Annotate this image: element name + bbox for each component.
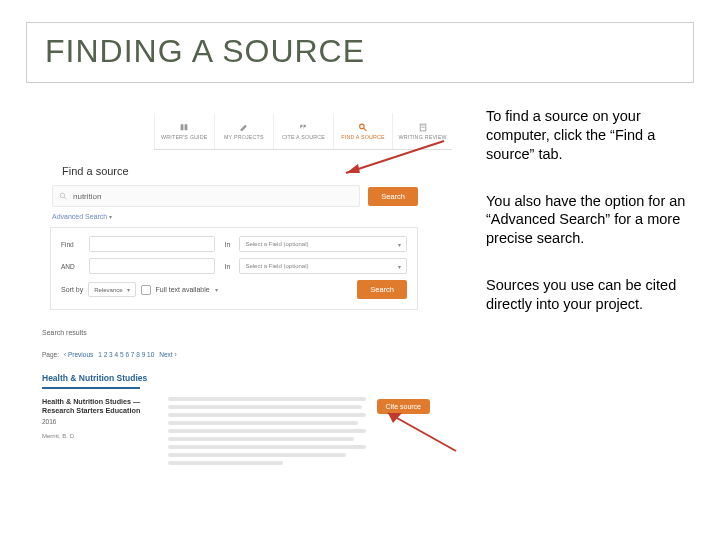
- search-icon: [59, 192, 68, 201]
- side-paragraph-3: Sources you use can be cited directly in…: [486, 276, 694, 314]
- advanced-search-button[interactable]: Search: [357, 280, 407, 299]
- side-text: To find a source on your computer, click…: [486, 107, 694, 469]
- nav-label: WRITING REVIEW: [399, 134, 447, 140]
- chevron-down-icon: ▾: [109, 214, 112, 220]
- sortby-label: Sort by: [61, 286, 83, 293]
- nav-cite-a-source[interactable]: CITE A SOURCE: [273, 113, 333, 149]
- select-placeholder: Select a Field (optional): [245, 263, 308, 269]
- in-label: In: [221, 263, 233, 270]
- in-label: In: [221, 241, 233, 248]
- search-button[interactable]: Search: [368, 187, 418, 206]
- doc-icon: [418, 123, 428, 132]
- basic-search-row: nutrition Search: [52, 185, 418, 207]
- pencil-icon: [239, 123, 249, 132]
- pagination: Page: ‹ Previous 1 2 3 4 5 6 7 8 9 10 Ne…: [42, 351, 177, 358]
- nav-my-projects[interactable]: MY PROJECTS: [214, 113, 274, 149]
- page-label: Page:: [42, 351, 59, 358]
- svg-marker-8: [346, 164, 360, 173]
- snippet-line: [168, 405, 362, 409]
- quote-icon: [298, 123, 308, 132]
- prev-label: Previous: [68, 351, 93, 358]
- chevron-down-icon: ▾: [398, 263, 401, 270]
- snippet-line: [168, 437, 354, 441]
- snippet-line: [168, 413, 366, 417]
- search-results-label: Search results: [42, 329, 87, 336]
- advanced-term-input-2[interactable]: [89, 258, 215, 274]
- topic-underline: [42, 387, 140, 389]
- nav-label: WRITER'S GUIDE: [161, 134, 207, 140]
- nav-label: CITE A SOURCE: [282, 134, 325, 140]
- nav-writers-guide[interactable]: WRITER'S GUIDE: [154, 113, 214, 149]
- snippet-line: [168, 453, 346, 457]
- nav-writing-review[interactable]: WRITING REVIEW: [392, 113, 452, 149]
- result-title[interactable]: Health & Nutrition Studies — Research St…: [42, 397, 154, 415]
- svg-line-1: [364, 128, 367, 131]
- find-label: Find: [61, 241, 83, 248]
- result-card: Health & Nutrition Studies — Research St…: [42, 397, 430, 463]
- app-screenshot: WRITER'S GUIDE MY PROJECTS CITE A SOURCE…: [22, 107, 458, 469]
- advanced-search-label: Advanced Search: [52, 213, 107, 220]
- snippet-line: [168, 445, 366, 449]
- page-numbers[interactable]: 1 2 3 4 5 6 7 8 9 10: [98, 351, 154, 358]
- and-label: AND: [61, 263, 83, 270]
- advanced-row-2: AND In Select a Field (optional) ▾: [61, 258, 407, 274]
- side-paragraph-1: To find a source on your computer, click…: [486, 107, 694, 164]
- advanced-field-select-1[interactable]: Select a Field (optional) ▾: [239, 236, 407, 252]
- snippet-line: [168, 429, 366, 433]
- advanced-bottom-row: Sort by Relevance ▾ Full text available …: [61, 280, 407, 299]
- result-author: Merritt, B. D.: [42, 433, 154, 439]
- next-label: Next: [159, 351, 172, 358]
- chevron-down-icon: ▾: [398, 241, 401, 248]
- fulltext-checkbox[interactable]: [141, 285, 151, 295]
- search-input[interactable]: nutrition: [52, 185, 360, 207]
- cite-source-button[interactable]: Cite source: [377, 399, 430, 414]
- svg-line-6: [64, 197, 66, 199]
- nav-label: MY PROJECTS: [224, 134, 264, 140]
- page-title: FINDING A SOURCE: [45, 33, 365, 69]
- advanced-field-select-2[interactable]: Select a Field (optional) ▾: [239, 258, 407, 274]
- result-year: 2016: [42, 418, 154, 425]
- nav-label: FIND A SOURCE: [341, 134, 385, 140]
- book-icon: [179, 123, 189, 132]
- next-page[interactable]: Next ›: [159, 351, 176, 358]
- prev-page[interactable]: ‹ Previous: [64, 351, 93, 358]
- snippet-line: [168, 461, 283, 465]
- chevron-down-icon: ▾: [127, 286, 130, 293]
- top-nav: WRITER'S GUIDE MY PROJECTS CITE A SOURCE…: [154, 113, 452, 150]
- chevron-down-icon: ▾: [215, 286, 218, 293]
- svg-point-0: [360, 124, 365, 129]
- advanced-row-1: Find In Select a Field (optional) ▾: [61, 236, 407, 252]
- sort-group: Sort by Relevance ▾ Full text available …: [61, 282, 218, 297]
- fulltext-label: Full text available: [156, 286, 210, 293]
- snippet-line: [168, 397, 366, 401]
- svg-point-5: [60, 193, 65, 198]
- sortby-value: Relevance: [94, 287, 122, 293]
- advanced-term-input-1[interactable]: [89, 236, 215, 252]
- result-snippet: [168, 397, 366, 463]
- content-row: WRITER'S GUIDE MY PROJECTS CITE A SOURCE…: [22, 107, 698, 469]
- result-meta: Health & Nutrition Studies — Research St…: [42, 397, 154, 439]
- snippet-line: [168, 421, 358, 425]
- side-paragraph-2: You also have the option for an “Advance…: [486, 192, 694, 249]
- title-bar: FINDING A SOURCE: [26, 22, 694, 83]
- topic-heading: Health & Nutrition Studies: [42, 373, 147, 383]
- select-placeholder: Select a Field (optional): [245, 241, 308, 247]
- search-icon: [358, 123, 368, 132]
- advanced-search-panel: Find In Select a Field (optional) ▾ AND …: [50, 227, 418, 310]
- nav-find-a-source[interactable]: FIND A SOURCE: [333, 113, 393, 149]
- search-value: nutrition: [73, 192, 101, 201]
- advanced-search-link[interactable]: Advanced Search ▾: [52, 213, 112, 220]
- find-heading: Find a source: [62, 165, 129, 177]
- sortby-select[interactable]: Relevance ▾: [88, 282, 135, 297]
